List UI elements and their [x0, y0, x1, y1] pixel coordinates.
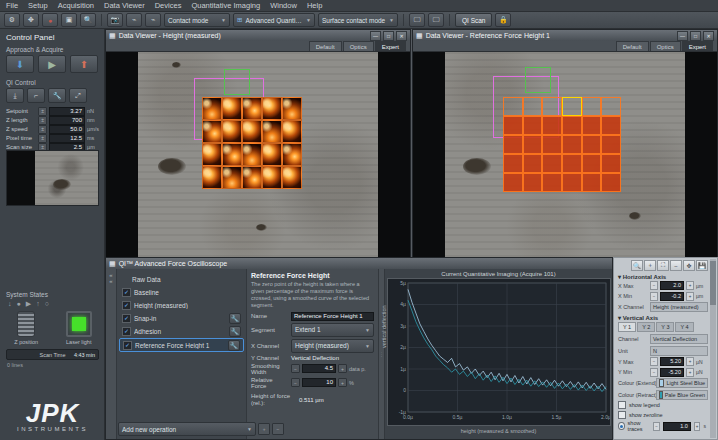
menu-item-acquisition[interactable]: Acquisition [58, 1, 94, 10]
viewer-tab-expert[interactable]: Expert [375, 41, 406, 51]
decrement-button[interactable]: − [650, 368, 658, 377]
height-tile[interactable] [222, 97, 242, 120]
collapsed-sidebar-handle[interactable]: «« [106, 269, 117, 439]
reference-tile[interactable] [562, 173, 582, 192]
menu-item-help[interactable]: Help [307, 1, 322, 10]
maximize-button[interactable]: □ [383, 31, 394, 41]
optical-view-height[interactable] [106, 52, 410, 257]
optical-view-reference[interactable] [413, 52, 717, 257]
height-tile[interactable] [222, 166, 242, 189]
viewer-titlebar[interactable]: ▦ Data Viewer - Height (measured) — □ ✕ [106, 30, 410, 41]
close-button[interactable]: ✕ [396, 31, 407, 41]
height-tile[interactable] [202, 166, 222, 189]
x-min-input[interactable]: -0.2 [660, 292, 684, 301]
increment-button[interactable]: + [686, 368, 694, 377]
oscilloscope-titlebar[interactable]: ▦ QI™ Advanced Force Oscilloscope [106, 258, 612, 269]
probe-alt-icon[interactable]: ⌁ [145, 13, 161, 27]
qi-export-icon[interactable]: ⤢ [69, 88, 87, 103]
height-tile[interactable] [262, 143, 282, 166]
channel-row[interactable]: ✓Snap-in🔧 [119, 312, 244, 324]
height-tile[interactable] [282, 97, 302, 120]
reference-tile[interactable] [542, 173, 562, 192]
channel-settings-icon[interactable]: 🔧 [229, 313, 241, 324]
channel-row[interactable]: ✓Reference Force Height 1🔧 [119, 338, 244, 352]
parameter-value-input[interactable]: 3.27 [49, 107, 85, 116]
mini-up-icon[interactable]: ↑ [36, 300, 40, 308]
menu-item-window[interactable]: Window [270, 1, 297, 10]
smoothing-input[interactable]: 4.5 [302, 364, 336, 373]
zoom-out-icon[interactable]: − [670, 260, 682, 271]
fit-view-icon[interactable]: ⛶ [657, 260, 669, 271]
reference-tile[interactable] [562, 135, 582, 154]
reference-tile[interactable] [542, 97, 562, 116]
maximize-button[interactable]: □ [690, 31, 701, 41]
reference-tile[interactable] [601, 135, 621, 154]
reference-tile[interactable] [582, 173, 602, 192]
monitor-a-icon[interactable]: 🖵 [409, 13, 425, 27]
camera-icon[interactable]: 📷 [107, 13, 123, 27]
reference-tile[interactable] [542, 116, 562, 135]
settings-scrollbar[interactable] [710, 259, 716, 438]
stepper-button[interactable]: ± [38, 134, 47, 143]
decrement-button[interactable]: − [291, 378, 300, 387]
height-tile[interactable] [262, 97, 282, 120]
x-max-input[interactable]: 2.0 [660, 281, 684, 290]
y-axis-tab[interactable]: Y 4 [675, 322, 693, 332]
reference-tile[interactable] [542, 154, 562, 173]
parameter-value-input[interactable]: 700 [49, 116, 85, 125]
reference-tile[interactable] [523, 154, 543, 173]
height-tile[interactable] [202, 120, 222, 143]
relative-force-input[interactable]: 10 [302, 378, 336, 387]
zoom-icon[interactable]: 🔍 [631, 260, 643, 271]
decrement-button[interactable]: − [291, 364, 300, 373]
height-tile[interactable] [242, 120, 262, 143]
reference-tile[interactable] [601, 116, 621, 135]
selected-tile-highlight[interactable] [562, 97, 582, 116]
run-button[interactable]: ▶ [38, 55, 66, 73]
reference-tile[interactable] [582, 154, 602, 173]
height-tile[interactable] [222, 120, 242, 143]
reference-tile[interactable] [601, 173, 621, 192]
save-plot-icon[interactable]: 💾 [696, 260, 708, 271]
channel-checkbox[interactable]: ✓ [123, 341, 132, 350]
reference-tile[interactable] [523, 173, 543, 192]
channel-row[interactable]: Raw Data [119, 273, 244, 285]
reference-tile[interactable] [601, 97, 621, 116]
channel-settings-icon[interactable]: 🔧 [228, 340, 240, 351]
reference-tile[interactable] [503, 173, 523, 192]
reference-tile[interactable] [582, 116, 602, 135]
reference-tile[interactable] [601, 154, 621, 173]
menu-item-quantitative-imaging[interactable]: Quantitative Imaging [191, 1, 260, 10]
increment-button[interactable]: + [686, 281, 694, 290]
height-tile[interactable] [242, 143, 262, 166]
channel-row[interactable]: ✓Baseline [119, 286, 244, 298]
x-channel-select[interactable]: Height (measured)▼ [291, 339, 374, 353]
force-curve-plot[interactable]: 0.0µ0.5µ1.0µ1.5µ2.0µ5µ4µ3µ2µ1µ0-1µ [387, 278, 611, 426]
viewer-tab-default[interactable]: Default [616, 41, 649, 51]
remove-operation-button[interactable]: − [272, 423, 284, 435]
height-tile[interactable] [202, 143, 222, 166]
channel-checkbox[interactable]: ✓ [122, 288, 131, 297]
extend-colour-select[interactable]: Light Steel Blue [656, 378, 708, 388]
qi-adjust-icon[interactable]: 🔧 [48, 88, 66, 103]
stepper-button[interactable]: ± [38, 107, 47, 116]
reference-tile[interactable] [503, 97, 523, 116]
mini-down-icon[interactable]: ↓ [8, 300, 12, 308]
menu-item-file[interactable]: File [6, 1, 18, 10]
channel-row[interactable]: ✓Adhesion🔧 [119, 325, 244, 337]
decrement-button[interactable]: − [650, 357, 658, 366]
retract-colour-select[interactable]: Pale Blue Green [656, 390, 708, 400]
mini-stop-icon[interactable]: ● [17, 300, 21, 308]
reference-tile[interactable] [582, 135, 602, 154]
monitor-b-icon[interactable]: 🖵 [428, 13, 444, 27]
height-tile[interactable] [262, 166, 282, 189]
channel-checkbox[interactable]: ✓ [122, 301, 131, 310]
increment-button[interactable]: + [338, 378, 347, 387]
close-button[interactable]: ✕ [703, 31, 714, 41]
parameter-value-input[interactable]: 12.5 [49, 134, 85, 143]
increment-button[interactable]: + [686, 292, 694, 301]
viewer-titlebar[interactable]: ▦ Data Viewer - Reference Force Height 1… [413, 30, 717, 41]
qi-scan-button[interactable]: QI Scan [455, 13, 492, 27]
reference-tile[interactable] [562, 154, 582, 173]
reference-tile[interactable] [562, 116, 582, 135]
